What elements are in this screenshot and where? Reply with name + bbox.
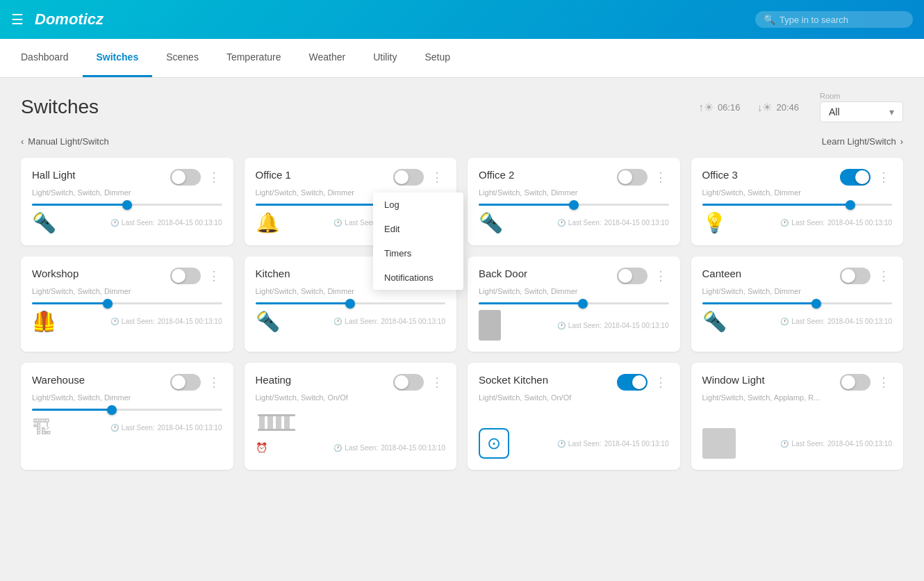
last-seen: 🕐 Last Seen: 2018-04-15 00:13:10 <box>333 318 445 325</box>
heating-graphic <box>256 409 446 436</box>
menu-item-timers[interactable]: Timers <box>373 241 463 265</box>
card-title: Office 1 <box>256 169 291 181</box>
card-header: Office 1 ⋮ <box>256 169 446 186</box>
hamburger-icon[interactable]: ☰ <box>11 11 24 28</box>
last-seen: 🕐 Last Seen: 2018-04-15 00:13:10 <box>780 440 892 448</box>
card-header: Canteen ⋮ <box>702 268 893 284</box>
tab-utility[interactable]: Utility <box>359 39 411 77</box>
page-header: Switches ↑☀ 06:16 ↓☀ 20:46 Room All ▾ <box>21 92 903 122</box>
clock-icon: 🕐 <box>110 318 119 325</box>
card-canteen: Canteen ⋮ Light/Switch, Switch, Dimmer 🔦 <box>691 256 904 352</box>
slider-back-door[interactable] <box>479 302 669 304</box>
chevron-down-icon: ▾ <box>889 106 894 117</box>
menu-item-notifications[interactable]: Notifications <box>373 265 463 290</box>
card-bottom: ⏰ 🕐 Last Seen: 2018-04-15 00:13:10 <box>256 442 446 453</box>
card-bottom: 💡 🕐 Last Seen: 2018-04-15 00:13:10 <box>702 211 893 234</box>
slider-canteen[interactable] <box>702 302 893 304</box>
bell-icon: 🔔 <box>256 211 280 234</box>
clock-icon: 🕐 <box>557 440 566 448</box>
card-header: Warehouse ⋮ <box>32 374 222 391</box>
nav-forward-link[interactable]: Learn Light/Switch › <box>822 136 903 147</box>
slider-kitchen[interactable] <box>256 302 446 304</box>
more-btn-office-3[interactable]: ⋮ <box>876 171 892 183</box>
last-seen-value: 2018-04-15 00:13:10 <box>604 219 669 227</box>
svg-rect-2 <box>276 414 281 431</box>
card-bottom: ⊙ 🕐 Last Seen: 2018-04-15 00:13:10 <box>479 428 669 459</box>
card-title: Workshop <box>32 268 79 279</box>
card-subtitle: Light/Switch, Switch, Dimmer <box>479 188 669 197</box>
more-btn-back-door[interactable]: ⋮ <box>653 270 669 282</box>
last-seen-label: Last Seen: <box>568 322 602 329</box>
sunrise-icon: ↑☀ <box>698 101 713 114</box>
tab-temperature[interactable]: Temperature <box>213 39 295 77</box>
last-seen-value: 2018-04-15 00:13:10 <box>604 322 669 329</box>
clock-icon: 🕐 <box>557 322 566 329</box>
last-seen-value: 2018-04-15 00:13:10 <box>381 444 445 452</box>
slider-office-3[interactable] <box>702 204 893 206</box>
slider-hall-light[interactable] <box>32 204 222 206</box>
card-header: Office 2 ⋮ <box>479 169 669 186</box>
card-subtitle: Light/Switch, Switch, Dimmer <box>702 188 893 197</box>
card-header: Socket Kitchen ⋮ <box>479 374 669 391</box>
more-btn-hall-light[interactable]: ⋮ <box>206 171 222 183</box>
nav-back-link[interactable]: ‹ Manual Light/Switch <box>21 136 109 147</box>
last-seen: 🕐 Last Seen: 2018-04-15 00:13:10 <box>780 219 892 227</box>
toggle-warehouse[interactable] <box>170 374 201 391</box>
card-title: Heating <box>256 374 292 386</box>
tab-weather[interactable]: Weather <box>295 39 360 77</box>
nav-tabs: Dashboard Switches Scenes Temperature We… <box>0 39 924 78</box>
toggle-socket-kitchen[interactable] <box>617 374 647 391</box>
toggle-office-3[interactable] <box>840 169 871 186</box>
more-btn-workshop[interactable]: ⋮ <box>206 270 222 282</box>
more-btn-window-light[interactable]: ⋮ <box>876 376 892 388</box>
slider-workshop[interactable] <box>32 302 222 304</box>
last-seen-value: 2018-04-15 00:13:10 <box>827 318 892 325</box>
toggle-canteen[interactable] <box>840 268 871 284</box>
toggle-back-door[interactable] <box>617 268 647 284</box>
tab-dashboard[interactable]: Dashboard <box>7 39 83 77</box>
more-btn-office-1[interactable]: ⋮ <box>429 171 445 183</box>
slider-warehouse[interactable] <box>32 409 222 411</box>
card-title: Warehouse <box>32 374 85 386</box>
menu-item-edit[interactable]: Edit <box>373 217 463 241</box>
last-seen-label: Last Seen: <box>345 444 378 452</box>
sun-times: ↑☀ 06:16 ↓☀ 20:46 <box>698 101 799 114</box>
lamp-icon: 🔦 <box>479 211 503 234</box>
card-title: Socket Kitchen <box>479 374 548 386</box>
card-header: Back Door ⋮ <box>479 268 669 284</box>
card-heating: Heating ⋮ Light/Switch, Switch, On/Of <box>245 363 457 470</box>
window-spacer <box>702 409 893 423</box>
card-header: Hall Light ⋮ <box>32 169 222 186</box>
chevron-left-icon: ‹ <box>21 136 24 147</box>
card-title: Office 3 <box>702 169 738 181</box>
more-btn-socket-kitchen[interactable]: ⋮ <box>653 376 669 388</box>
card-title: Canteen <box>702 268 742 279</box>
toggle-window-light[interactable] <box>840 374 871 391</box>
more-btn-heating[interactable]: ⋮ <box>429 376 445 388</box>
tab-setup[interactable]: Setup <box>411 39 464 77</box>
tab-switches[interactable]: Switches <box>83 39 153 77</box>
room-selector: Room All ▾ <box>820 92 903 122</box>
more-btn-office-2[interactable]: ⋮ <box>653 171 669 183</box>
toggle-office-1[interactable] <box>393 169 424 186</box>
slider-office-2[interactable] <box>479 204 669 206</box>
toggle-workshop[interactable] <box>170 268 201 284</box>
toggle-heating[interactable] <box>393 374 424 391</box>
search-input[interactable] <box>779 15 905 25</box>
toggle-office-2[interactable] <box>617 169 647 186</box>
tab-scenes[interactable]: Scenes <box>152 39 213 77</box>
last-seen: 🕐 Last Seen: 2018-04-15 00:13:10 <box>110 424 222 432</box>
card-office-3: Office 3 ⋮ Light/Switch, Switch, Dimmer … <box>691 158 904 245</box>
card-bottom: 🔦 🕐 Last Seen: 2018-04-15 00:13:10 <box>479 211 669 234</box>
sunset-icon: ↓☀ <box>757 101 772 114</box>
toggle-hall-light[interactable] <box>170 169 201 186</box>
more-btn-canteen[interactable]: ⋮ <box>876 270 892 282</box>
card-office-2: Office 2 ⋮ Light/Switch, Switch, Dimmer … <box>468 158 680 245</box>
room-dropdown[interactable]: All ▾ <box>820 101 903 122</box>
more-btn-warehouse[interactable]: ⋮ <box>206 376 222 388</box>
card-title: Hall Light <box>32 169 76 181</box>
menu-item-log[interactable]: Log <box>373 193 463 217</box>
card-office-1: Office 1 ⋮ Light/Switch, Switch, Dimmer … <box>245 158 457 245</box>
card-header: Heating ⋮ <box>256 374 446 391</box>
svg-rect-4 <box>258 414 295 416</box>
